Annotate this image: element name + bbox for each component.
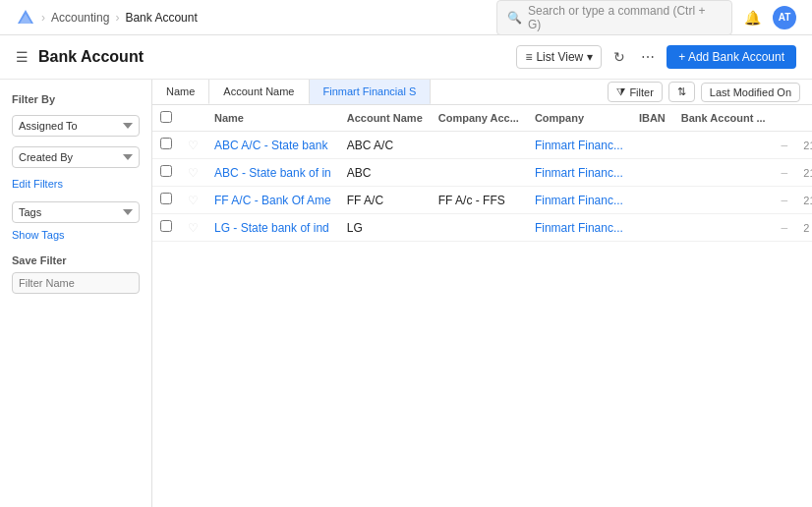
list-view-button[interactable]: ≡ List View ▾: [516, 45, 602, 69]
filter-name-input[interactable]: [12, 272, 140, 294]
row-time-3: 2 d: [795, 214, 812, 242]
row-account-name-1: ABC: [339, 159, 431, 187]
filter-sidebar: Filter By Assigned To Created By Edit Fi…: [0, 80, 152, 507]
row-iban-3: [631, 214, 673, 242]
save-filter-label: Save Filter: [12, 254, 140, 266]
sort-button[interactable]: ⇅: [668, 82, 695, 102]
filter-button[interactable]: ⧩ Filter: [608, 82, 662, 102]
row-checkbox-2[interactable]: [160, 193, 172, 204]
col-account-name: Account Name: [339, 105, 431, 132]
row-name-0[interactable]: ABC A/C - State bank: [206, 132, 339, 159]
col-company-acc: Company Acc...: [431, 105, 527, 132]
sort-icon: ⇅: [677, 85, 686, 98]
list-view-label: List View: [536, 50, 583, 64]
assigned-to-select[interactable]: Assigned To: [12, 115, 140, 137]
edit-filters-link[interactable]: Edit Filters: [12, 178, 140, 190]
user-avatar[interactable]: AT: [773, 6, 796, 29]
content-area: Filter By Assigned To Created By Edit Fi…: [0, 80, 812, 507]
filter-chip-name[interactable]: Name: [152, 80, 209, 104]
row-iban-0: [631, 132, 673, 159]
row-dash-3: –: [774, 214, 796, 242]
table-row: ♡ ABC - State bank of in ABC Finmart Fin…: [152, 159, 812, 187]
tags-select[interactable]: Tags: [12, 201, 140, 223]
table-row: ♡ FF A/C - Bank Of Ame FF A/C FF A/c - F…: [152, 187, 812, 214]
breadcrumb-current: Bank Account: [125, 11, 197, 25]
search-placeholder-text: Search or type a command (Ctrl + G): [528, 4, 722, 31]
more-options-button[interactable]: ⋯: [637, 45, 659, 69]
app-logo[interactable]: [16, 8, 35, 28]
row-name-2[interactable]: FF A/C - Bank Of Ame: [206, 187, 339, 214]
row-bank-account-2: [673, 187, 774, 214]
row-company-3[interactable]: Finmart Financ...: [527, 214, 631, 242]
favorite-icon-3[interactable]: ♡: [180, 214, 206, 242]
row-company-acc-3: [431, 214, 527, 242]
created-by-filter: Created By: [12, 146, 140, 168]
add-bank-account-button[interactable]: + Add Bank Account: [667, 45, 796, 69]
breadcrumb: › Accounting › Bank Account: [16, 8, 198, 28]
list-icon: ≡: [525, 50, 532, 64]
row-time-0: 21 h: [795, 132, 812, 159]
filter-by-label: Filter By: [12, 93, 140, 105]
page-header: ☰ Bank Account ≡ List View ▾ ↻ ⋯ + Add B…: [0, 35, 812, 80]
col-name: Name: [206, 105, 339, 132]
row-dash-0: –: [774, 132, 796, 159]
row-checkbox-1[interactable]: [160, 165, 172, 177]
notifications-icon[interactable]: 🔔: [744, 10, 761, 26]
row-company-2[interactable]: Finmart Financ...: [527, 187, 631, 214]
row-bank-account-1: [673, 159, 774, 187]
row-name-1[interactable]: ABC - State bank of in: [206, 159, 339, 187]
table-row: ♡ ABC A/C - State bank ABC A/C Finmart F…: [152, 132, 812, 159]
topnav-right: 🔍 Search or type a command (Ctrl + G) 🔔 …: [496, 0, 796, 35]
col-bank-account: Bank Account ...: [673, 105, 774, 132]
favorite-icon-2[interactable]: ♡: [180, 187, 206, 214]
row-account-name-3: LG: [339, 214, 431, 242]
page-title: Bank Account: [38, 48, 144, 66]
row-iban-2: [631, 187, 673, 214]
refresh-button[interactable]: ↻: [609, 45, 629, 69]
filter-chip-company[interactable]: Finmart Financial S: [310, 80, 432, 104]
row-name-3[interactable]: LG - State bank of ind: [206, 214, 339, 242]
row-checkbox-3[interactable]: [160, 220, 172, 232]
select-all-checkbox[interactable]: [160, 111, 172, 123]
chevron-down-icon: ▾: [587, 50, 593, 64]
filter-chip-account-name[interactable]: Account Name: [209, 80, 309, 104]
last-modified-label: Last Modified On: [710, 86, 791, 98]
top-navigation: › Accounting › Bank Account 🔍 Search or …: [0, 0, 812, 35]
favorite-icon-1[interactable]: ♡: [180, 159, 206, 187]
row-company-acc-0: [431, 132, 527, 159]
col-company: Company: [527, 105, 631, 132]
show-tags-link[interactable]: Show Tags: [12, 229, 140, 241]
global-search[interactable]: 🔍 Search or type a command (Ctrl + G): [496, 0, 732, 35]
row-dash-2: –: [774, 187, 796, 214]
row-company-1[interactable]: Finmart Financ...: [527, 159, 631, 187]
row-time-1: 21 h: [795, 159, 812, 187]
row-time-2: 21 h: [795, 187, 812, 214]
table-row: ♡ LG - State bank of ind LG Finmart Fina…: [152, 214, 812, 242]
filter-chips-bar: Name Account Name Finmart Financial S ⧩ …: [152, 80, 812, 105]
favorite-icon-0[interactable]: ♡: [180, 132, 206, 159]
breadcrumb-accounting[interactable]: Accounting: [51, 11, 109, 25]
page-container: ☰ Bank Account ≡ List View ▾ ↻ ⋯ + Add B…: [0, 35, 812, 507]
bank-account-table: Name Account Name Company Acc... Company…: [152, 105, 812, 242]
row-dash-1: –: [774, 159, 796, 187]
filter-icon: ⧩: [616, 85, 625, 98]
col-iban: IBAN: [631, 105, 673, 132]
assigned-to-filter: Assigned To: [12, 115, 140, 137]
row-account-name-0: ABC A/C: [339, 132, 431, 159]
tags-filter: Tags: [12, 201, 140, 223]
table-container: Name Account Name Company Acc... Company…: [152, 105, 812, 507]
row-company-0[interactable]: Finmart Financ...: [527, 132, 631, 159]
search-icon: 🔍: [507, 11, 522, 25]
row-bank-account-3: [673, 214, 774, 242]
menu-icon[interactable]: ☰: [16, 49, 29, 65]
row-bank-account-0: [673, 132, 774, 159]
row-iban-1: [631, 159, 673, 187]
row-company-acc-1: [431, 159, 527, 187]
row-account-name-2: FF A/C: [339, 187, 431, 214]
row-checkbox-0[interactable]: [160, 138, 172, 149]
created-by-select[interactable]: Created By: [12, 146, 140, 168]
main-content: Name Account Name Finmart Financial S ⧩ …: [152, 80, 812, 507]
filter-label: Filter: [629, 86, 653, 98]
last-modified-button[interactable]: Last Modified On: [701, 83, 800, 102]
row-company-acc-2: FF A/c - FFS: [431, 187, 527, 214]
